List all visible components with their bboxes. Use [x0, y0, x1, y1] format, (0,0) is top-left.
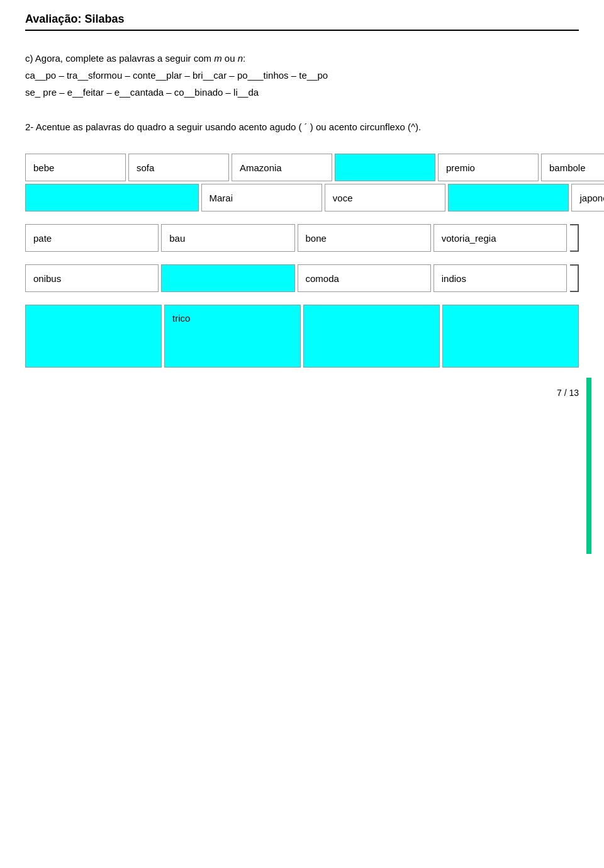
row-group-3-cells: onibus comoda indios [25, 264, 567, 292]
cell-cyan-2a[interactable] [25, 184, 199, 211]
word-row-2: pate bau bone votoria_regia [25, 224, 567, 252]
bracket-3 [570, 264, 579, 292]
cell-bebe[interactable]: bebe [25, 154, 126, 181]
section-c-line2: se_ pre – e__feitar – e__cantada – co__b… [25, 84, 579, 101]
section-c-italic-m: m [214, 53, 222, 64]
section-c-colon: : [243, 53, 245, 64]
cell-indios[interactable]: indios [433, 264, 567, 292]
words-grid: bebe sofa Amazonia premio bambole Marai … [25, 154, 579, 368]
cell-votoria-regia[interactable]: votoria_regia [433, 224, 567, 252]
row-group-2-cells: pate bau bone votoria_regia [25, 224, 567, 252]
row-group-2: pate bau bone votoria_regia [25, 224, 579, 252]
section-c-line1: ca__po – tra__sformou – conte__plar – br… [25, 67, 579, 84]
cell-japones[interactable]: japones [571, 184, 604, 211]
word-row-1b: Marai voce japones [25, 184, 604, 211]
section-c-italic-n: n [238, 53, 243, 64]
cell-sofa[interactable]: sofa [128, 154, 229, 181]
section-c: c) Agora, complete as palavras a seguir … [25, 50, 579, 101]
section-2-text: 2- Acentue as palavras do quadro a segui… [25, 120, 579, 135]
accent-bar [586, 378, 591, 554]
bracket-2 [570, 224, 579, 252]
section-c-or: ou [225, 53, 235, 64]
cell-bambole[interactable]: bambole [541, 154, 604, 181]
cell-bone[interactable]: bone [298, 224, 431, 252]
page-footer: 7 / 13 [557, 388, 579, 398]
word-row-4: trico [25, 305, 579, 368]
cell-cyan-3[interactable] [161, 264, 294, 292]
cell-cyan-4c[interactable] [442, 305, 579, 368]
row-group-1: bebe sofa Amazonia premio bambole Marai … [25, 154, 579, 211]
cell-marai[interactable]: Marai [201, 184, 322, 211]
cell-cyan-2b[interactable] [448, 184, 569, 211]
section-2: 2- Acentue as palavras do quadro a segui… [25, 120, 579, 135]
cell-premio[interactable]: premio [438, 154, 539, 181]
cell-bau[interactable]: bau [161, 224, 294, 252]
cell-cyan-4a[interactable] [25, 305, 162, 368]
word-row-3: onibus comoda indios [25, 264, 567, 292]
cell-cyan-1a[interactable] [335, 154, 435, 181]
cell-trico[interactable]: trico [164, 305, 301, 368]
word-row-1a: bebe sofa Amazonia premio bambole [25, 154, 604, 181]
row-group-1-cells: bebe sofa Amazonia premio bambole Marai … [25, 154, 604, 211]
cell-cyan-4b[interactable] [303, 305, 440, 368]
row-group-3: onibus comoda indios [25, 264, 579, 292]
section-c-label: c) Agora, complete as palavras a seguir … [25, 53, 211, 64]
page-title: Avaliação: Silabas [25, 13, 579, 31]
cell-pate[interactable]: pate [25, 224, 159, 252]
cell-amazonia[interactable]: Amazonia [232, 154, 332, 181]
cell-onibus[interactable]: onibus [25, 264, 159, 292]
cell-comoda[interactable]: comoda [298, 264, 431, 292]
cell-voce[interactable]: voce [325, 184, 445, 211]
